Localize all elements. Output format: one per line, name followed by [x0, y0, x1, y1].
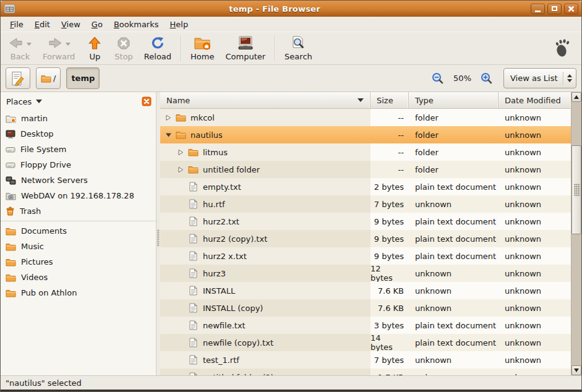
column-header-date-modified[interactable]: Date Modified [499, 92, 571, 108]
file-row-hu-rtf[interactable]: hu.rtf7 bytesunknownunknown [160, 195, 571, 213]
forward-button[interactable]: Forward [37, 33, 80, 64]
expander-collapsed-icon[interactable] [164, 113, 173, 122]
sidebar-item-pub-on-athlon[interactable]: Pub on Athlon [1, 285, 156, 300]
menu-file[interactable]: File [4, 18, 29, 31]
toolbar-separator [275, 35, 275, 61]
file-row-mkcol[interactable]: mkcol--folderunknown [160, 109, 571, 126]
file-type: unknown [409, 299, 499, 317]
column-header-label: Date Modified [505, 96, 561, 105]
stop-icon [117, 36, 131, 50]
file-row-litmus[interactable]: litmus--folderunknown [160, 143, 571, 161]
sidebar-item-label: Pub on Athlon [21, 288, 77, 297]
menu-bookmarks[interactable]: Bookmarks [108, 18, 165, 31]
stop-button[interactable]: Stop [109, 33, 139, 64]
pane-divider[interactable] [156, 92, 160, 375]
sidebar-item-pictures[interactable]: Pictures [1, 254, 156, 270]
chevron-down-icon[interactable] [66, 43, 71, 46]
file-row-hurz3[interactable]: hurz312 bytesunknownunknown [160, 265, 571, 282]
menu-edit[interactable]: Edit [29, 18, 56, 31]
sidebar-item-music[interactable]: Music [1, 239, 156, 254]
sidebar-item-videos[interactable]: Videos [1, 270, 156, 285]
file-name: untitled folder [203, 165, 260, 174]
minimize-button[interactable] [531, 4, 545, 14]
file-row-untitled-folder[interactable]: untitled folder--folderunknown [160, 161, 571, 178]
file-size: 2 bytes [370, 178, 409, 195]
zoom-in-button[interactable] [479, 70, 495, 87]
close-button[interactable] [564, 4, 578, 14]
places-dropdown[interactable]: Places [6, 97, 42, 106]
zoom-out-button[interactable] [430, 70, 446, 87]
file-row-install-copy-[interactable]: INSTALL (copy)7.6 KBunknownunknown [160, 299, 571, 317]
file-date-modified: unknown [499, 282, 571, 299]
expander-placeholder [176, 338, 185, 347]
content-area: Places martinDesktopFile SystemFloppy Dr… [1, 92, 581, 375]
menu-help[interactable]: Help [165, 18, 194, 31]
file-size: 7 bytes [370, 351, 409, 369]
menu-view[interactable]: View [56, 18, 86, 31]
file-size: -- [370, 126, 409, 143]
expander-collapsed-icon[interactable] [176, 165, 185, 174]
home-button[interactable]: Home [185, 33, 220, 64]
folder-icon [6, 273, 16, 282]
reload-button[interactable]: Reload [139, 33, 177, 64]
up-button[interactable]: Up [80, 33, 109, 64]
scroll-down-button[interactable] [571, 365, 581, 375]
maximize-button[interactable] [547, 4, 562, 14]
sidebar-item-documents[interactable]: Documents [1, 223, 156, 239]
file-browser-window: temp - File Browser FileEditViewGoBookma… [0, 0, 582, 392]
scroll-up-button[interactable] [571, 92, 581, 102]
edit-location-button[interactable] [6, 67, 30, 89]
reload-icon [151, 36, 165, 50]
file-icon [187, 372, 199, 375]
sidebar-item-martin[interactable]: martin [1, 111, 156, 126]
file-date-modified: unknown [499, 299, 571, 317]
file-row-nautilus[interactable]: nautilus--folderunknown [160, 126, 571, 143]
file-row-test-1-rtf[interactable]: test_1.rtf7 bytesunknownunknown [160, 351, 571, 369]
sidebar-item-trash[interactable]: Trash [1, 203, 156, 219]
cell-name: litmus [160, 143, 370, 161]
column-header-size[interactable]: Size [370, 92, 409, 108]
back-button[interactable]: Back [3, 33, 37, 64]
cell-name: untitled folder [160, 161, 370, 178]
file-date-modified: unknown [499, 334, 571, 351]
sidebar-item-desktop[interactable]: Desktop [1, 126, 156, 142]
file-date-modified: unknown [499, 351, 571, 369]
cell-name: INSTALL (copy) [160, 299, 370, 317]
file-row-empty-txt[interactable]: empty.txt2 bytesplain text documentunkno… [160, 178, 571, 195]
file-icon [187, 286, 199, 296]
root-path-label: / [53, 74, 56, 83]
sidebar-item-network-servers[interactable]: Network Servers [1, 173, 156, 188]
expander-collapsed-icon[interactable] [176, 148, 185, 156]
expander-placeholder [176, 234, 185, 243]
vertical-scrollbar[interactable] [571, 92, 581, 375]
file-date-modified: unknown [499, 178, 571, 195]
file-row-hurz2-x-txt[interactable]: hurz2 x.txt9 bytesplain text documentunk… [160, 247, 571, 265]
folder-icon [187, 147, 199, 157]
scrollbar-thumb[interactable] [571, 145, 581, 234]
file-row-newfile-copy-txt[interactable]: newfile (copy).txt14 bytesplain text doc… [160, 334, 571, 351]
window-bottom-edge [1, 390, 581, 391]
column-header-name[interactable]: Name [160, 92, 370, 108]
file-row-hurz2-copy-txt[interactable]: hurz2 (copy).txt9 bytesplain text docume… [160, 230, 571, 247]
sidebar-item-label: WebDAV on 192.168.178.28 [21, 191, 134, 200]
file-row-untitled-folder-2-[interactable]: untitled folder (2)1.7 KBunknownunknown [160, 369, 571, 375]
sidebar-item-floppy-drive[interactable]: Floppy Drive [1, 157, 156, 173]
sidebar-item-webdav-on-192-168-178-28[interactable]: WebDAV on 192.168.178.28 [1, 188, 156, 203]
expander-expanded-icon[interactable] [164, 130, 173, 139]
menubar: FileEditViewGoBookmarksHelp [1, 17, 581, 32]
search-button[interactable]: Search [279, 33, 318, 64]
sidebar-item-file-system[interactable]: File System [1, 142, 156, 157]
current-path-button[interactable]: temp [66, 67, 100, 89]
window-title: temp - File Browser [19, 4, 531, 14]
chevron-down-icon[interactable] [27, 43, 32, 46]
column-header-type[interactable]: Type [409, 92, 499, 108]
file-type: plain text document [409, 317, 499, 334]
menu-go[interactable]: Go [86, 18, 108, 31]
view-mode-combo[interactable]: View as List [503, 68, 576, 88]
file-row-newfile-txt[interactable]: newfile.txt3 bytesplain text documentunk… [160, 317, 571, 334]
root-path-button[interactable]: / [36, 67, 61, 89]
computer-button[interactable]: Computer [220, 33, 271, 64]
close-sidebar-button[interactable] [142, 96, 152, 106]
file-row-install[interactable]: INSTALL7.6 KBunknownunknown [160, 282, 571, 299]
file-row-hurz2-txt[interactable]: hurz2.txt9 bytesplain text documentunkno… [160, 213, 571, 230]
